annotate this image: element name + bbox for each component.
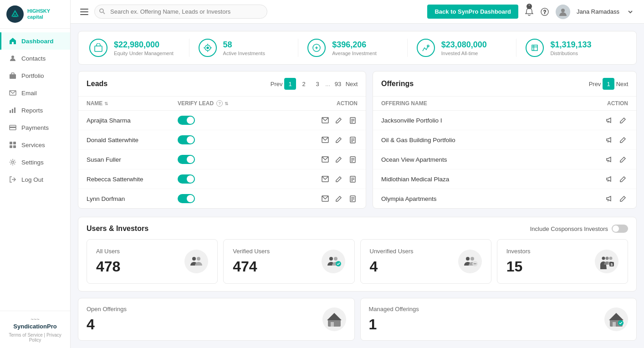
open-offerings-left: Open Offerings 4 — [87, 306, 127, 333]
svg-point-61 — [609, 257, 613, 260]
edit-offering-icon-0[interactable] — [618, 115, 628, 125]
document-action-icon-4[interactable] — [348, 194, 358, 204]
edit-action-icon-2[interactable] — [334, 154, 344, 164]
sidebar-item-logout[interactable]: Log Out — [0, 171, 70, 188]
sidebar-label-email: Email — [21, 90, 37, 97]
sidebar-item-payments[interactable]: Payments — [0, 119, 70, 136]
sidebar-item-settings[interactable]: Settings — [0, 154, 70, 171]
lead-verify-toggle-1[interactable] — [178, 135, 303, 144]
document-action-icon-2[interactable] — [348, 154, 358, 164]
stat-investments-text: 58 Active Investments — [223, 40, 265, 56]
sidebar-item-reports[interactable]: Reports — [0, 102, 70, 119]
stat-alltime-text: $23,080,000 Invested All-time — [441, 40, 487, 56]
verified-users-card: Verified Users 474 — [223, 239, 354, 284]
lead-verify-toggle-3[interactable] — [178, 174, 303, 184]
edit-offering-icon-2[interactable] — [618, 154, 628, 164]
distributions-label: Distributions — [550, 51, 591, 56]
edit-offering-icon-3[interactable] — [618, 174, 628, 184]
megaphone-icon-1[interactable] — [604, 135, 614, 145]
notification-icon[interactable]: ° — [525, 7, 534, 16]
edit-offering-icon-4[interactable] — [618, 194, 628, 204]
megaphone-icon-4[interactable] — [604, 194, 614, 204]
lead-verify-toggle-0[interactable] — [178, 116, 303, 125]
edit-action-icon-0[interactable] — [334, 115, 344, 125]
cosponsors-toggle[interactable] — [612, 225, 628, 233]
sidebar-item-portfolio[interactable]: Portfolio — [0, 67, 70, 84]
offering-name-2: Ocean View Apartments — [381, 156, 592, 163]
sidebar-label-services: Services — [21, 142, 45, 148]
leads-name-column-header[interactable]: Name ⇅ — [87, 100, 178, 107]
stat-distributions: $1,319,133 Distributions — [516, 39, 625, 57]
svg-line-17 — [103, 12, 105, 14]
svg-rect-10 — [10, 142, 12, 144]
toggle-2[interactable] — [178, 155, 195, 164]
offerings-table-header: Offering Name Action — [373, 97, 636, 111]
stat-investments: 58 Active Investments — [189, 39, 299, 57]
offerings-page-1[interactable]: 1 — [603, 78, 614, 90]
menu-button[interactable] — [80, 7, 89, 16]
megaphone-icon-0[interactable] — [604, 115, 614, 125]
leads-page-1[interactable]: 1 — [284, 78, 296, 90]
stat-average-text: $396,206 Average Investment — [332, 40, 377, 56]
email-action-icon-2[interactable] — [320, 154, 330, 164]
megaphone-icon-2[interactable] — [604, 154, 614, 164]
email-action-icon-4[interactable] — [320, 194, 330, 204]
document-action-icon-0[interactable] — [348, 115, 358, 125]
unverified-users-label: Unverified Users — [370, 248, 414, 255]
document-action-icon-3[interactable] — [348, 174, 358, 184]
stat-equity: $22,980,000 Equity Under Management — [89, 39, 189, 57]
lead-actions-2 — [303, 154, 358, 164]
investors-value: 15 — [506, 258, 531, 275]
footer-brand-name: SyndicationPro — [6, 323, 64, 330]
verify-help-icon: ? — [216, 100, 223, 107]
offerings-prev-button[interactable]: Prev — [589, 78, 601, 90]
toggle-4[interactable] — [178, 194, 195, 203]
edit-action-icon-3[interactable] — [334, 174, 344, 184]
svg-point-22 — [207, 47, 209, 49]
investors-label: Investors — [506, 248, 531, 255]
leads-prev-button[interactable]: Prev — [271, 78, 282, 90]
table-row: Oil & Gas Building Portfolio — [373, 130, 636, 150]
edit-action-icon-1[interactable] — [334, 135, 344, 145]
leads-next-button[interactable]: Next — [346, 78, 358, 90]
average-icon — [307, 39, 326, 57]
toggle-1[interactable] — [178, 135, 195, 144]
help-icon[interactable]: ? — [540, 7, 549, 16]
chevron-down-icon[interactable] — [626, 7, 635, 16]
leads-page-3[interactable]: 3 — [312, 78, 323, 90]
back-to-dashboard-button[interactable]: Back to SynPro Dashboard — [427, 5, 518, 19]
megaphone-icon-3[interactable] — [604, 174, 614, 184]
leads-page-2[interactable]: 2 — [298, 78, 310, 90]
sidebar-item-contacts[interactable]: Contacts — [0, 50, 70, 67]
edit-offering-icon-1[interactable] — [618, 135, 628, 145]
document-action-icon-1[interactable] — [348, 135, 358, 145]
search-input[interactable] — [94, 5, 267, 19]
offering-name-1: Oil & Gas Building Portfolio — [381, 137, 592, 143]
leads-page-93[interactable]: 93 — [332, 78, 344, 90]
toggle-3[interactable] — [178, 174, 195, 184]
sidebar-item-email[interactable]: Email — [0, 84, 70, 102]
lead-verify-toggle-2[interactable] — [178, 155, 303, 164]
home-icon — [9, 37, 17, 45]
email-action-icon-0[interactable] — [320, 115, 330, 125]
leads-verify-column-header[interactable]: Verify Lead ? ⇅ — [178, 100, 303, 107]
toggle-0[interactable] — [178, 116, 195, 125]
sidebar-label-logout: Log Out — [21, 176, 43, 183]
edit-action-icon-4[interactable] — [334, 194, 344, 204]
offering-actions-0 — [592, 115, 628, 125]
offering-actions-1 — [592, 135, 628, 145]
sidebar-item-services[interactable]: Services — [0, 136, 70, 154]
lead-name-4: Lynn Dorfman — [87, 195, 178, 202]
distributions-icon — [526, 39, 544, 57]
offerings-next-button[interactable]: Next — [616, 78, 628, 90]
lead-verify-toggle-4[interactable] — [178, 194, 303, 203]
cosponsors-label: Include Cosponsors Investors — [530, 225, 608, 232]
terms-link[interactable]: Terms of Service — [9, 333, 42, 338]
email-action-icon-3[interactable] — [320, 174, 330, 184]
sidebar-item-dashboard[interactable]: Dashboard — [0, 32, 70, 50]
user-cards-grid: All Users 478 Verified Users 474 — [87, 239, 628, 284]
header: Back to SynPro Dashboard ° ? Jana Ramada… — [71, 0, 644, 24]
email-action-icon-1[interactable] — [320, 135, 330, 145]
svg-rect-9 — [10, 127, 16, 128]
investors-left: Investors 15 — [506, 248, 531, 275]
